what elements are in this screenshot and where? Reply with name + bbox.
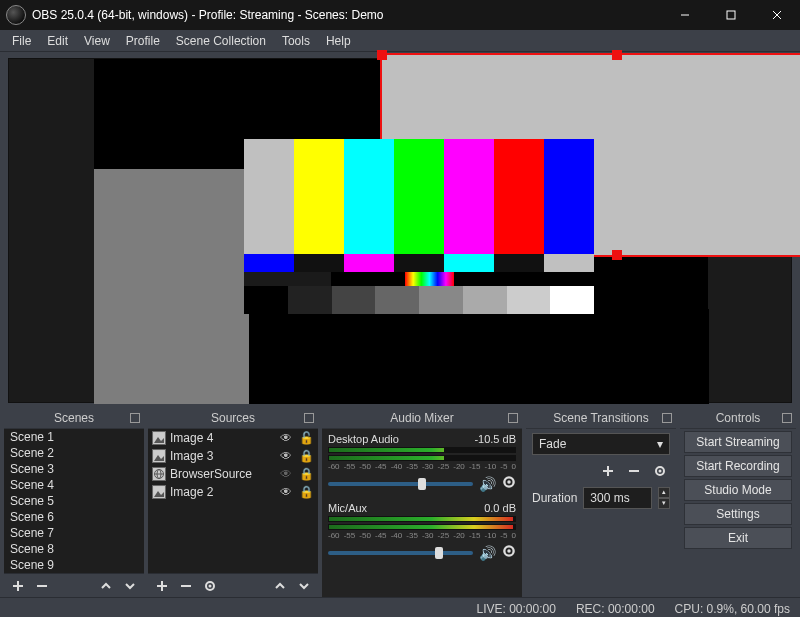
sources-panel: Sources Image 4 👁 🔓 Image 3 👁 🔒 BrowserS… <box>148 411 318 597</box>
scene-down-button[interactable] <box>120 576 140 596</box>
lock-toggle[interactable]: 🔒 <box>298 467 314 481</box>
scene-item[interactable]: Scene 2 <box>4 445 144 461</box>
minimize-button[interactable] <box>662 0 708 30</box>
sources-list[interactable]: Image 4 👁 🔓 Image 3 👁 🔒 BrowserSource 👁 … <box>148 429 318 573</box>
resize-handle-n[interactable] <box>612 50 622 60</box>
channel-name: Desktop Audio <box>328 433 399 445</box>
speaker-icon[interactable]: 🔊 <box>479 545 496 561</box>
speaker-icon[interactable]: 🔊 <box>479 476 496 492</box>
status-bar: LIVE: 00:00:00 REC: 00:00:00 CPU: 0.9%, … <box>0 597 800 617</box>
visibility-toggle[interactable]: 👁 <box>278 449 294 463</box>
undock-icon[interactable] <box>304 413 314 423</box>
channel-db: 0.0 dB <box>484 502 516 514</box>
scene-item[interactable]: Scene 5 <box>4 493 144 509</box>
lock-toggle[interactable]: 🔒 <box>298 449 314 463</box>
start-streaming-button[interactable]: Start Streaming <box>684 431 792 453</box>
status-cpu: CPU: 0.9%, 60.00 fps <box>675 602 790 616</box>
scenes-panel: Scenes Scene 1 Scene 2 Scene 3 Scene 4 S… <box>4 411 144 597</box>
exit-button[interactable]: Exit <box>684 527 792 549</box>
scenes-list[interactable]: Scene 1 Scene 2 Scene 3 Scene 4 Scene 5 … <box>4 429 144 573</box>
vu-meter <box>328 455 516 461</box>
controls-body: Start Streaming Start Recording Studio M… <box>680 429 796 595</box>
sources-header: Sources <box>148 411 318 429</box>
menu-file[interactable]: File <box>4 32 39 50</box>
maximize-button[interactable] <box>708 0 754 30</box>
undock-icon[interactable] <box>130 413 140 423</box>
scene-item[interactable]: Scene 6 <box>4 509 144 525</box>
source-item[interactable]: Image 2 👁 🔒 <box>148 483 318 501</box>
visibility-toggle[interactable]: 👁 <box>278 485 294 499</box>
source-item[interactable]: Image 3 👁 🔒 <box>148 447 318 465</box>
close-button[interactable] <box>754 0 800 30</box>
add-transition-button[interactable] <box>598 461 618 481</box>
menu-scene-collection[interactable]: Scene Collection <box>168 32 274 50</box>
remove-transition-button[interactable] <box>624 461 644 481</box>
mixer-body: Desktop Audio-10.5 dB -60-55-50-45-40-35… <box>322 429 522 597</box>
image-icon <box>152 449 166 463</box>
preview-area <box>0 52 800 411</box>
channel-db: -10.5 dB <box>474 433 516 445</box>
controls-header: Controls <box>680 411 796 429</box>
source-down-button[interactable] <box>294 576 314 596</box>
spin-down-icon: ▾ <box>658 498 670 509</box>
program-output <box>94 59 708 404</box>
vu-meter <box>328 516 516 522</box>
undock-icon[interactable] <box>662 413 672 423</box>
undock-icon[interactable] <box>508 413 518 423</box>
title-bar: OBS 25.0.4 (64-bit, windows) - Profile: … <box>0 0 800 30</box>
vu-meter <box>328 447 516 453</box>
duration-label: Duration <box>532 491 577 505</box>
source-item[interactable]: Image 4 👁 🔓 <box>148 429 318 447</box>
window-title: OBS 25.0.4 (64-bit, windows) - Profile: … <box>32 8 662 22</box>
preview-canvas[interactable] <box>8 58 792 403</box>
svg-point-24 <box>507 549 511 553</box>
volume-slider[interactable] <box>328 551 473 555</box>
undock-icon[interactable] <box>782 413 792 423</box>
gear-icon[interactable] <box>502 475 516 492</box>
add-source-button[interactable] <box>152 576 172 596</box>
scene-item[interactable]: Scene 8 <box>4 541 144 557</box>
app-icon <box>6 5 26 25</box>
remove-scene-button[interactable] <box>32 576 52 596</box>
menu-tools[interactable]: Tools <box>274 32 318 50</box>
source-properties-button[interactable] <box>200 576 220 596</box>
resize-handle-nw[interactable] <box>377 50 387 60</box>
svg-point-20 <box>209 584 212 587</box>
lock-toggle[interactable]: 🔒 <box>298 485 314 499</box>
resize-handle-s[interactable] <box>612 250 622 260</box>
source-name: Image 2 <box>170 485 274 499</box>
start-recording-button[interactable]: Start Recording <box>684 455 792 477</box>
menu-profile[interactable]: Profile <box>118 32 168 50</box>
source-up-button[interactable] <box>270 576 290 596</box>
menu-view[interactable]: View <box>76 32 118 50</box>
scene-item[interactable]: Scene 9 <box>4 557 144 573</box>
remove-source-button[interactable] <box>176 576 196 596</box>
transition-select[interactable]: Fade ▾ <box>532 433 670 455</box>
studio-mode-button[interactable]: Studio Mode <box>684 479 792 501</box>
scenes-toolbar <box>4 573 144 597</box>
visibility-toggle[interactable]: 👁 <box>278 431 294 445</box>
controls-panel: Controls Start Streaming Start Recording… <box>680 411 796 597</box>
source-item[interactable]: BrowserSource 👁 🔒 <box>148 465 318 483</box>
lock-toggle[interactable]: 🔓 <box>298 431 314 445</box>
gear-icon[interactable] <box>502 544 516 561</box>
menu-edit[interactable]: Edit <box>39 32 76 50</box>
duration-spinner[interactable]: ▴▾ <box>658 487 670 509</box>
visibility-toggle[interactable]: 👁 <box>278 467 294 481</box>
transition-properties-button[interactable] <box>650 461 670 481</box>
scene-item[interactable]: Scene 1 <box>4 429 144 445</box>
scene-up-button[interactable] <box>96 576 116 596</box>
settings-button[interactable]: Settings <box>684 503 792 525</box>
duration-input[interactable]: 300 ms <box>583 487 652 509</box>
add-scene-button[interactable] <box>8 576 28 596</box>
volume-slider[interactable] <box>328 482 473 486</box>
menu-help[interactable]: Help <box>318 32 359 50</box>
source-name: Image 3 <box>170 449 274 463</box>
audio-mixer-panel: Audio Mixer Desktop Audio-10.5 dB -60-55… <box>322 411 522 597</box>
scene-item[interactable]: Scene 3 <box>4 461 144 477</box>
channel-name: Mic/Aux <box>328 502 367 514</box>
image-icon <box>152 485 166 499</box>
scene-item[interactable]: Scene 7 <box>4 525 144 541</box>
scene-item[interactable]: Scene 4 <box>4 477 144 493</box>
mixer-channel: Mic/Aux0.0 dB -60-55-50-45-40-35-30-25-2… <box>328 502 516 561</box>
